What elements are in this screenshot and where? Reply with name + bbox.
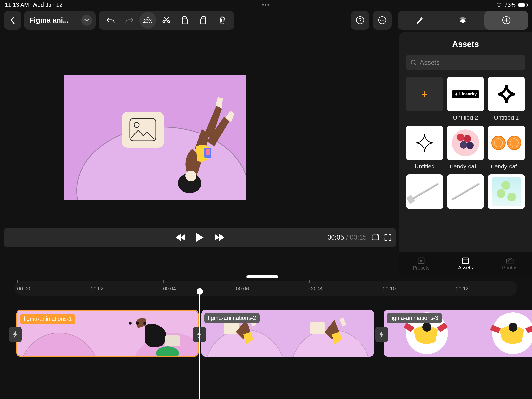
battery-percent: 73% — [504, 2, 516, 8]
ruler-tick: 00:04 — [163, 286, 176, 292]
svg-point-32 — [509, 323, 517, 332]
project-title-dropdown[interactable]: Figma ani... — [24, 11, 96, 30]
cut-button[interactable] — [158, 13, 175, 28]
bottom-tab-presets[interactable]: Presets — [399, 252, 443, 276]
svg-rect-21 — [165, 335, 180, 346]
assets-panel-title: Assets — [406, 39, 525, 49]
more-button[interactable] — [373, 11, 392, 30]
asset-thumb-knife[interactable] — [447, 174, 484, 209]
clip-label: figma-animations-3 — [387, 313, 442, 323]
zoom-indicator[interactable]: 23% — [139, 12, 156, 29]
svg-point-5 — [383, 20, 384, 21]
bottom-tab-assets[interactable]: Assets — [443, 252, 488, 276]
clip-label: figma-animations-1 — [20, 314, 75, 324]
asset-label: Untitled 1 — [494, 114, 519, 121]
svg-point-18 — [20, 333, 99, 357]
delete-button[interactable] — [214, 13, 231, 28]
panel-tab-add[interactable] — [484, 11, 528, 30]
clips-track: figma-animations-1 figma-anim — [0, 310, 532, 359]
clip-2[interactable]: figma-animations-2 — [201, 310, 374, 357]
playback-bar: 00:05 / 00:15 — [4, 228, 396, 247]
asset-thumb-diamond[interactable] — [488, 77, 525, 111]
svg-rect-11 — [206, 149, 210, 155]
asset-label: Untitled — [415, 163, 434, 170]
rewind-button[interactable] — [176, 233, 186, 242]
svg-rect-28 — [310, 322, 325, 334]
transition-bolt-icon[interactable] — [375, 327, 388, 342]
bottom-tab-photos[interactable]: Photos — [488, 252, 532, 276]
wifi-icon — [496, 2, 502, 8]
loop-button[interactable] — [371, 234, 379, 241]
asset-thumb-diamond-outline[interactable] — [406, 126, 443, 160]
asset-thumb-linearity[interactable]: Linearity — [447, 77, 484, 111]
asset-thumb-fork[interactable] — [406, 174, 443, 209]
redo-button[interactable] — [121, 13, 138, 28]
svg-point-1 — [360, 22, 360, 22]
status-date: Wed Jun 12 — [32, 2, 62, 8]
asset-label: trendy-caf... — [450, 163, 481, 170]
asset-label: Untitled 2 — [453, 114, 478, 121]
asset-thumb-glass[interactable] — [488, 174, 525, 209]
right-panel-tabs — [398, 11, 528, 30]
copy-button[interactable] — [176, 13, 194, 28]
assets-panel-bottom-tabs: Presets Assets Photos — [399, 252, 532, 276]
clip-3[interactable]: figma-animations-3 — [384, 310, 532, 357]
svg-point-17 — [509, 260, 511, 262]
search-placeholder: Assets — [420, 59, 440, 66]
playhead-line — [199, 294, 200, 399]
image-placeholder-icon — [122, 112, 164, 148]
canvas-preview[interactable] — [64, 75, 246, 200]
zoom-percent: 23% — [143, 18, 152, 24]
svg-point-12 — [185, 170, 196, 181]
timeline-ruler[interactable]: 00:00 00:02 00:04 00:06 00:08 00:10 00:1… — [15, 281, 517, 296]
playhead-handle[interactable] — [197, 288, 203, 295]
ruler-tick: 00:10 — [383, 286, 396, 292]
battery-icon — [518, 3, 527, 7]
total-duration: 00:15 — [350, 234, 366, 241]
search-icon — [410, 59, 417, 66]
clip-1[interactable]: figma-animations-1 — [16, 310, 199, 357]
svg-point-4 — [382, 20, 383, 21]
playback-time: 00:05 / 00:15 — [327, 234, 366, 241]
asset-label: trendy-caf... — [491, 163, 522, 170]
fullscreen-button[interactable] — [384, 234, 392, 241]
status-time: 11:13 AM — [5, 2, 29, 8]
svg-point-3 — [380, 20, 381, 21]
help-button[interactable] — [351, 11, 369, 30]
asset-thumb-oranges[interactable] — [488, 126, 525, 160]
assets-grid: + Linearity Untitled 2 Untitled 1 Untitl… — [406, 77, 525, 212]
chevron-down-icon — [81, 15, 92, 26]
edit-tool-group: 23% — [99, 11, 234, 30]
transition-bolt-icon[interactable] — [9, 327, 22, 342]
current-time: 00:05 — [327, 234, 344, 241]
plus-icon: + — [421, 88, 428, 100]
assets-panel: Assets Assets + Linearity Untitled 2 Unt… — [399, 32, 532, 276]
status-bar: 11:13 AM Wed Jun 12 ••• 73% — [0, 0, 532, 10]
ruler-tick: 00:00 — [17, 286, 30, 292]
play-button[interactable] — [196, 233, 204, 242]
panel-tab-effects[interactable] — [398, 11, 441, 30]
timeline: 00:00 00:02 00:04 00:06 00:08 00:10 00:1… — [0, 278, 532, 399]
svg-rect-16 — [462, 258, 469, 263]
project-title-label: Figma ani... — [30, 16, 69, 24]
back-button[interactable] — [4, 11, 21, 30]
panel-tab-layers[interactable] — [441, 11, 485, 30]
forward-button[interactable] — [214, 233, 224, 242]
paste-button[interactable] — [195, 13, 212, 28]
asset-thumb-fruit-bowl[interactable] — [447, 126, 484, 160]
toolbar: Figma ani... 23% — [0, 10, 532, 31]
scroll-indicator[interactable] — [246, 275, 278, 278]
svg-point-30 — [422, 323, 431, 332]
ruler-tick: 00:08 — [309, 286, 322, 292]
add-asset-button[interactable]: + — [406, 77, 443, 111]
ruler-tick: 00:02 — [91, 286, 104, 292]
undo-button[interactable] — [102, 13, 119, 28]
svg-point-8 — [134, 122, 139, 127]
svg-point-0 — [356, 17, 364, 24]
ruler-tick: 00:06 — [236, 286, 249, 292]
clip-label: figma-animations-2 — [204, 313, 260, 323]
svg-rect-7 — [130, 118, 156, 141]
assets-search-input[interactable]: Assets — [406, 55, 525, 70]
multitask-dots-icon[interactable]: ••• — [262, 2, 270, 8]
ruler-tick: 00:12 — [456, 286, 469, 292]
